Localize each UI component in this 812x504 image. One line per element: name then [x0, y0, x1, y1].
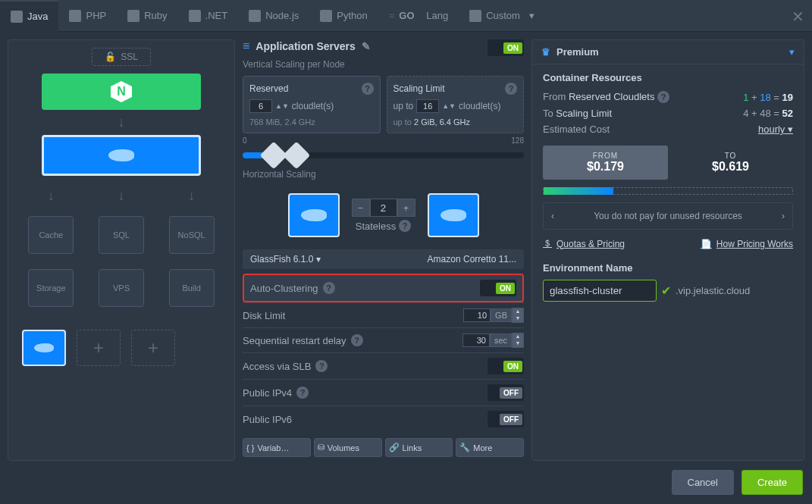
- ssl-toggle[interactable]: 🔓SSL: [92, 48, 151, 66]
- dotnet-icon: [189, 10, 201, 22]
- reserved-input[interactable]: [249, 99, 272, 113]
- volumes-button[interactable]: ⛁Volumes: [314, 438, 382, 457]
- tab-dotnet[interactable]: .NET: [178, 0, 239, 32]
- python-icon: [320, 10, 332, 22]
- cancel-button[interactable]: Cancel: [672, 470, 734, 495]
- appserver-toggle[interactable]: ON: [488, 39, 524, 56]
- slb-label: Access via SLB: [243, 361, 311, 372]
- horizontal-scaling-label: Horizontal Scaling: [243, 169, 524, 180]
- arrow-down-icon: ↓: [118, 188, 124, 204]
- ipv4-toggle[interactable]: OFF: [488, 384, 524, 401]
- close-icon[interactable]: ✕: [792, 8, 804, 26]
- cost-period-dropdown[interactable]: hourly ▾: [758, 124, 793, 135]
- create-button[interactable]: Create: [741, 470, 803, 495]
- jdk-dropdown[interactable]: Amazon Corretto 11...: [428, 254, 516, 265]
- storage-slot[interactable]: Storage: [28, 269, 74, 307]
- topology-panel: 🔓SSL N ↓ ↓ ↓ ↓ Cache SQL NoSQL Storage V…: [8, 39, 235, 461]
- dollar-icon: ＄: [543, 237, 552, 250]
- balancer-node[interactable]: N: [42, 74, 201, 110]
- node-icon-left: [288, 193, 340, 237]
- tab-nodejs[interactable]: Node.js: [238, 0, 309, 32]
- crown-icon: ♛: [541, 46, 550, 58]
- cache-slot[interactable]: Cache: [28, 216, 74, 254]
- increment-button[interactable]: +: [397, 199, 415, 217]
- ipv6-label: Public IPv6: [243, 414, 292, 425]
- restart-delay-input[interactable]: sec▲▼: [462, 333, 524, 348]
- glassfish-icon: [108, 149, 134, 161]
- appserver-settings: ≡ Application Servers ✎ ON Vertical Scal…: [243, 39, 524, 461]
- cost-bar: [543, 187, 793, 195]
- sql-slot[interactable]: SQL: [99, 216, 144, 254]
- auto-clustering-row: Auto-Clustering? ON: [243, 274, 524, 302]
- nodejs-icon: [249, 10, 261, 22]
- glassfish-icon: [440, 209, 466, 221]
- slb-toggle[interactable]: ON: [488, 358, 524, 374]
- env-name-title: Environment Name: [543, 262, 793, 274]
- glassfish-icon: [34, 343, 54, 352]
- help-icon[interactable]: ?: [505, 83, 517, 95]
- check-icon: ✔: [661, 283, 671, 298]
- how-pricing-link[interactable]: 📄How Pricing Works: [701, 237, 793, 250]
- dialog-footer: Cancel Create: [0, 461, 812, 504]
- restart-delay-label: Sequential restart delay: [243, 335, 346, 346]
- edit-icon[interactable]: ✎: [362, 40, 371, 52]
- more-button[interactable]: 🔧More: [456, 438, 524, 457]
- tab-go[interactable]: =GO Lang: [378, 0, 459, 32]
- help-icon[interactable]: ?: [315, 360, 328, 372]
- disk-limit-label: Disk Limit: [243, 310, 285, 321]
- help-icon[interactable]: ?: [362, 83, 374, 95]
- vertical-scaling-label: Vertical Scaling per Node: [243, 59, 524, 70]
- php-icon: [69, 10, 81, 22]
- nosql-slot[interactable]: NoSQL: [169, 216, 215, 254]
- braces-icon: { }: [246, 443, 254, 452]
- tab-php[interactable]: PHP: [58, 0, 117, 32]
- ipv4-label: Public IPv4: [243, 387, 292, 399]
- arrow-down-icon: ↓: [48, 188, 55, 204]
- node-count-input[interactable]: [370, 199, 397, 217]
- ruby-icon: [127, 10, 140, 22]
- slider-knob-limit[interactable]: [283, 142, 311, 170]
- tab-java[interactable]: Java: [0, 0, 58, 32]
- scaling-mode[interactable]: Stateless: [356, 221, 396, 232]
- add-node-button[interactable]: +: [77, 330, 121, 366]
- cost-to: TO$0.619: [668, 146, 793, 180]
- tab-ruby[interactable]: Ruby: [117, 0, 177, 32]
- add-node-button[interactable]: +: [131, 330, 175, 366]
- help-icon[interactable]: ?: [351, 334, 363, 346]
- help-icon[interactable]: ?: [296, 387, 309, 399]
- chevron-left-icon[interactable]: ‹: [551, 211, 554, 221]
- disk-limit-input[interactable]: GB▲▼: [463, 308, 524, 323]
- help-icon[interactable]: ?: [657, 91, 669, 103]
- ipv6-toggle[interactable]: OFF: [488, 411, 524, 427]
- help-icon[interactable]: ?: [399, 220, 411, 232]
- env-name-input[interactable]: [543, 280, 657, 302]
- premium-panel: ♛Premium ▾ Container Resources From Rese…: [531, 39, 804, 461]
- variables-button[interactable]: { }Variab…: [243, 438, 311, 457]
- limit-input[interactable]: [416, 99, 439, 113]
- pricing-tip: ‹ You do not pay for unused resources ›: [543, 202, 793, 230]
- tab-custom[interactable]: Custom▾: [459, 0, 545, 32]
- custom-icon: [469, 10, 481, 22]
- decrement-button[interactable]: −: [352, 199, 370, 217]
- chevron-right-icon[interactable]: ›: [782, 211, 785, 221]
- env-domain-suffix: .vip.jelastic.cloud: [676, 285, 750, 296]
- node-icon-right: [428, 193, 479, 237]
- drag-handle-icon[interactable]: ≡: [243, 39, 249, 53]
- glassfish-icon: [301, 209, 327, 221]
- links-button[interactable]: 🔗Links: [385, 438, 453, 457]
- chevron-down-icon[interactable]: ▾: [789, 46, 795, 58]
- help-icon[interactable]: ?: [323, 282, 335, 294]
- auto-clustering-toggle[interactable]: ON: [480, 280, 516, 296]
- build-slot[interactable]: Build: [169, 269, 215, 307]
- reserved-box: Reserved? ▲▼cloudlet(s) 768 MiB, 2.4 GHz: [243, 76, 381, 133]
- link-icon: 🔗: [389, 443, 400, 452]
- cloudlet-slider[interactable]: [243, 152, 524, 158]
- wrench-icon: 🔧: [459, 443, 470, 452]
- quotas-link[interactable]: ＄Quotas & Pricing: [543, 237, 625, 250]
- vps-slot[interactable]: VPS: [99, 269, 144, 307]
- nginx-icon: N: [111, 81, 132, 102]
- appserver-node[interactable]: [42, 135, 201, 176]
- server-version-dropdown[interactable]: GlassFish 6.1.0 ▾: [250, 254, 321, 265]
- tab-python[interactable]: Python: [309, 0, 378, 32]
- extra-node[interactable]: [22, 330, 66, 366]
